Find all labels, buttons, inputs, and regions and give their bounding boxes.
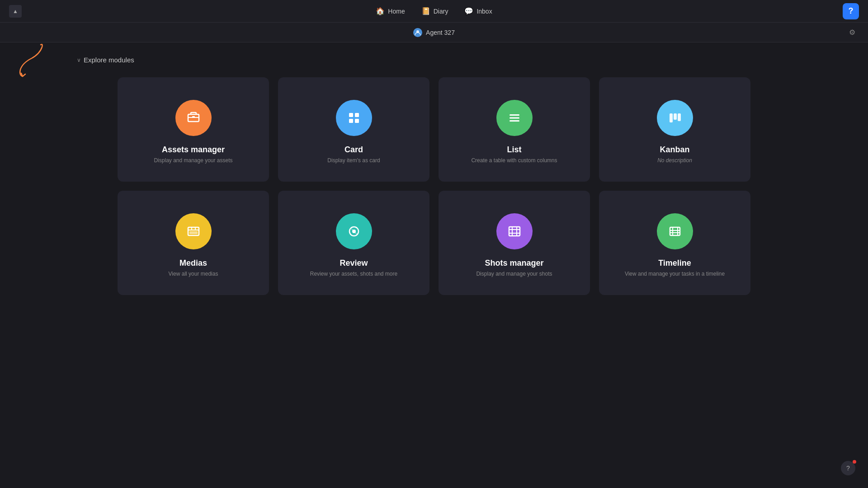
svg-rect-9 bbox=[509, 120, 519, 122]
svg-rect-11 bbox=[674, 113, 677, 120]
module-icon-card bbox=[336, 100, 372, 136]
module-title-timeline: Timeline bbox=[658, 258, 691, 268]
modules-grid: Assets managerDisplay and manage your as… bbox=[118, 77, 750, 295]
diary-icon: 📔 bbox=[421, 7, 430, 15]
inbox-icon: 💬 bbox=[464, 7, 473, 15]
agent-icon bbox=[413, 28, 422, 37]
help-button[interactable]: ? bbox=[841, 461, 855, 475]
module-card-timeline[interactable]: TimelineView and manage your tasks in a … bbox=[599, 191, 750, 295]
svg-rect-10 bbox=[670, 113, 673, 122]
svg-rect-17 bbox=[509, 227, 520, 236]
module-card-medias[interactable]: MediasView all your medias bbox=[118, 191, 269, 295]
sub-nav: Agent 327 ⚙ bbox=[0, 23, 868, 42]
module-title-review: Review bbox=[340, 258, 368, 268]
help-icon: ? bbox=[846, 465, 850, 472]
module-icon-timeline bbox=[657, 213, 693, 249]
breadcrumb: ∨ Explore modules bbox=[77, 56, 845, 64]
module-desc-shots-manager: Display and manage your shots bbox=[476, 271, 552, 277]
nav-inbox-label: Inbox bbox=[476, 8, 492, 15]
svg-rect-14 bbox=[189, 231, 198, 234]
module-title-list: List bbox=[507, 145, 521, 155]
module-card-shots-manager[interactable]: Shots managerDisplay and manage your sho… bbox=[439, 191, 590, 295]
nav-home-label: Home bbox=[388, 8, 405, 15]
settings-button[interactable]: ⚙ bbox=[845, 26, 859, 39]
module-title-assets-manager: Assets manager bbox=[162, 145, 225, 155]
nav-home[interactable]: 🏠 Home bbox=[376, 7, 405, 15]
module-desc-timeline: View and manage your tasks in a timeline bbox=[625, 271, 725, 277]
module-card-card[interactable]: CardDisplay item's as card bbox=[278, 77, 429, 182]
module-card-list[interactable]: ListCreate a table with custom columns bbox=[439, 77, 590, 182]
module-title-card: Card bbox=[344, 145, 363, 155]
agent-label: Agent 327 bbox=[413, 28, 455, 37]
module-desc-medias: View all your medias bbox=[169, 271, 218, 277]
svg-rect-4 bbox=[355, 113, 359, 117]
module-card-kanban[interactable]: KanbanNo description bbox=[599, 77, 750, 182]
svg-rect-3 bbox=[349, 113, 353, 117]
svg-rect-8 bbox=[509, 117, 519, 119]
svg-rect-18 bbox=[670, 227, 680, 235]
nav-inbox[interactable]: 💬 Inbox bbox=[464, 7, 492, 15]
top-nav: ▲ 🏠 Home 📔 Diary 💬 Inbox ? bbox=[0, 0, 868, 23]
module-desc-card: Display item's as card bbox=[327, 157, 380, 164]
main-content: ∨ Explore modules Assets managerDisplay … bbox=[0, 42, 868, 488]
collapse-button[interactable]: ▲ bbox=[9, 5, 22, 18]
module-icon-medias bbox=[175, 213, 212, 249]
module-title-shots-manager: Shots manager bbox=[485, 258, 543, 268]
module-card-assets-manager[interactable]: Assets managerDisplay and manage your as… bbox=[118, 77, 269, 182]
svg-rect-6 bbox=[355, 119, 359, 123]
svg-rect-7 bbox=[509, 114, 519, 116]
module-icon-kanban bbox=[657, 100, 693, 136]
breadcrumb-chevron: ∨ bbox=[77, 57, 81, 63]
module-icon-list bbox=[496, 100, 533, 136]
module-desc-assets-manager: Display and manage your assets bbox=[154, 157, 232, 164]
nav-right: ? bbox=[843, 3, 859, 19]
svg-rect-2 bbox=[192, 116, 195, 118]
module-icon-shots-manager bbox=[496, 213, 533, 249]
support-icon: ? bbox=[849, 6, 854, 16]
breadcrumb-label: Explore modules bbox=[84, 56, 134, 64]
home-icon: 🏠 bbox=[376, 7, 385, 15]
support-button[interactable]: ? bbox=[843, 3, 859, 19]
module-title-kanban: Kanban bbox=[660, 145, 689, 155]
nav-diary[interactable]: 📔 Diary bbox=[421, 7, 448, 15]
nav-diary-label: Diary bbox=[434, 8, 448, 15]
module-icon-review bbox=[336, 213, 372, 249]
nav-center: 🏠 Home 📔 Diary 💬 Inbox bbox=[376, 7, 492, 15]
svg-rect-12 bbox=[678, 113, 681, 121]
module-desc-kanban: No description bbox=[657, 157, 692, 164]
module-desc-review: Review your assets, shots and more bbox=[310, 271, 397, 277]
module-desc-list: Create a table with custom columns bbox=[471, 157, 557, 164]
module-icon-assets-manager bbox=[175, 100, 212, 136]
agent-name: Agent 327 bbox=[426, 29, 455, 36]
settings-icon: ⚙ bbox=[849, 28, 855, 37]
nav-left: ▲ bbox=[9, 5, 22, 18]
module-title-medias: Medias bbox=[179, 258, 207, 268]
svg-rect-5 bbox=[349, 119, 353, 123]
module-card-review[interactable]: ReviewReview your assets, shots and more bbox=[278, 191, 429, 295]
